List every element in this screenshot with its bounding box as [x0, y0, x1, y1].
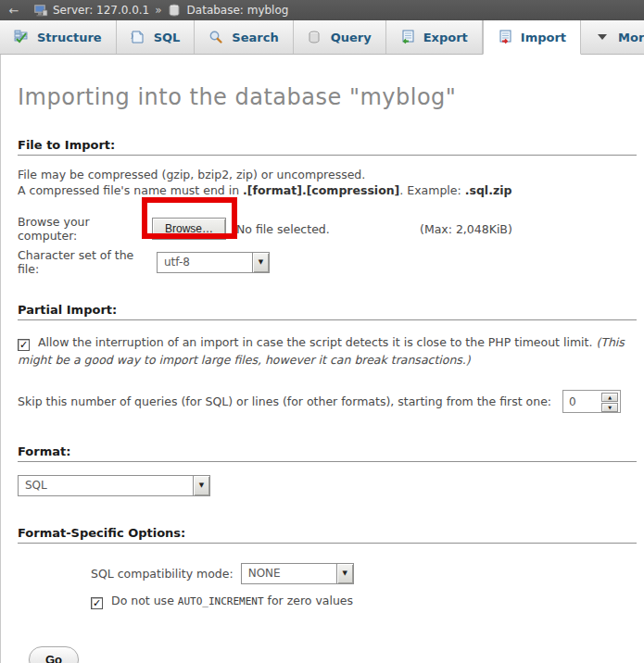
browse-row: Browse your computer: Browse… No file se… [18, 217, 638, 241]
skip-queries-label: Skip this number of queries (for SQL) or… [18, 394, 551, 408]
filename-format-line: A compressed file's name must end in .[f… [18, 183, 638, 199]
tab-label: Structure [37, 31, 102, 44]
format-selected-value: SQL [19, 476, 193, 495]
tab-sql[interactable]: SQL [117, 20, 196, 54]
page-title: Importing into the database "myblog" [18, 55, 638, 138]
charset-label: Character set of the file: [18, 248, 157, 276]
breadcrumb: ← Server: 127.0.0.1 » Database: myblog [0, 0, 644, 20]
allow-interrupt-checkbox[interactable]: ✓ [18, 339, 30, 351]
breadcrumb-database[interactable]: Database: myblog [168, 3, 289, 18]
sql-icon [131, 30, 145, 44]
tab-label: Export [423, 31, 468, 44]
structure-icon [14, 30, 29, 44]
auto-increment-checkbox[interactable]: ✓ [91, 597, 103, 609]
section-format-specific-options: Format-Specific Options: [18, 526, 637, 544]
tab-structure[interactable]: Structure [0, 20, 117, 54]
compression-line: File may be compressed (gzip, bzip2, zip… [18, 168, 638, 183]
sql-compatibility-selected-value: NONE [242, 564, 336, 583]
tab-search[interactable]: Search [195, 20, 293, 54]
allow-interrupt-row: ✓Allow the interruption of an import in … [18, 333, 638, 369]
database-icon [168, 3, 183, 18]
breadcrumb-database-label: Database: myblog [187, 4, 289, 17]
no-file-selected-text: No file selected. [236, 222, 360, 236]
tab-bar: Structure SQL Search Query [0, 20, 644, 55]
section-file-to-import: File to Import: [18, 138, 637, 156]
section-format: Format: [18, 444, 637, 462]
import-page: Importing into the database "myblog" Fil… [0, 55, 644, 663]
max-size-note: (Max: 2,048KiB) [420, 222, 512, 236]
format-select[interactable]: SQL ▼ [18, 475, 210, 496]
go-row: Go [18, 646, 638, 663]
auto-increment-text-post: for zero values [264, 594, 354, 607]
server-icon [33, 3, 48, 18]
sql-compatibility-select[interactable]: NONE ▼ [241, 563, 354, 584]
tab-import[interactable]: Import [483, 20, 581, 55]
breadcrumb-separator: » [155, 4, 161, 17]
back-arrow-icon[interactable]: ← [0, 4, 28, 18]
tab-export[interactable]: Export [386, 20, 483, 54]
stepper-up-icon[interactable]: ▲ [601, 393, 618, 402]
search-icon [208, 30, 223, 44]
stepper-down-icon[interactable]: ▼ [601, 403, 618, 412]
tab-label: SQL [154, 31, 181, 44]
browse-button[interactable]: Browse… [152, 218, 226, 240]
browse-label: Browse your computer: [18, 215, 152, 243]
charset-dropdown-arrow-icon[interactable]: ▼ [252, 253, 269, 272]
file-import-description: File may be compressed (gzip, bzip2, zip… [18, 168, 638, 198]
breadcrumb-server-label: Server: 127.0.0.1 [53, 4, 149, 17]
chevron-down-icon [595, 30, 610, 44]
tab-label: Search [232, 31, 278, 44]
export-icon [400, 30, 415, 44]
skip-queries-stepper[interactable]: 0 ▲ ▼ [562, 390, 621, 413]
tab-label: More [618, 31, 644, 44]
charset-select[interactable]: utf-8 ▼ [157, 252, 270, 273]
format-select-row: SQL ▼ [18, 475, 638, 496]
sql-compatibility-dropdown-arrow-icon[interactable]: ▼ [336, 564, 353, 583]
section-partial-import: Partial Import: [18, 303, 637, 320]
format-dropdown-arrow-icon[interactable]: ▼ [193, 476, 209, 495]
allow-interrupt-text: Allow the interruption of an import in c… [38, 335, 596, 349]
breadcrumb-server[interactable]: Server: 127.0.0.1 [33, 3, 149, 18]
charset-row: Character set of the file: utf-8 ▼ [18, 251, 638, 273]
tab-query[interactable]: Query [294, 20, 386, 54]
tab-label: Query [331, 31, 372, 44]
skip-queries-value: 0 [565, 393, 601, 410]
charset-selected-value: utf-8 [158, 253, 252, 272]
auto-increment-text-pre: Do not use [111, 594, 178, 607]
auto-increment-code: AUTO_INCREMENT [178, 595, 264, 607]
go-button[interactable]: Go [29, 646, 79, 663]
import-icon [498, 30, 512, 44]
tab-more[interactable]: More [581, 20, 644, 54]
skip-queries-row: Skip this number of queries (for SQL) or… [18, 389, 638, 415]
auto-increment-row: ✓Do not use AUTO_INCREMENT for zero valu… [91, 594, 638, 609]
sql-compatibility-label: SQL compatibility mode: [91, 567, 234, 581]
tab-label: Import [521, 31, 566, 44]
query-icon [308, 30, 322, 44]
sql-compatibility-row: SQL compatibility mode: NONE ▼ [91, 562, 638, 585]
